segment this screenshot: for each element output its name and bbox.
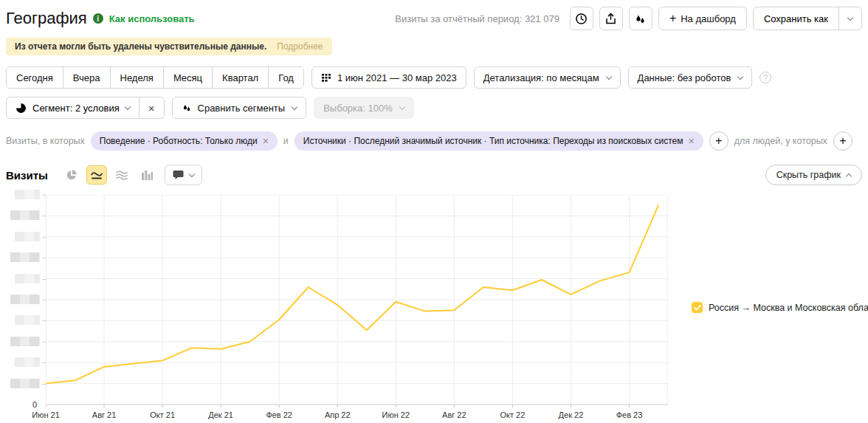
line-chart-icon[interactable] [86,165,107,185]
segment-label: Сегмент: 2 условия [32,103,120,114]
visits-period-summary: Визиты за отчётный период: 321 079 [395,13,559,24]
legend-checkbox[interactable] [692,302,703,313]
check-icon [694,305,701,311]
chart-legend: Россия → Москва и Московская область [668,195,862,423]
data-filter-select[interactable]: Данные: без роботов [628,66,753,89]
x-axis-tick-label: Дек 22 [559,410,584,419]
pie-chart-icon[interactable] [61,165,82,185]
preset-today-button[interactable]: Сегодня [7,67,63,88]
sampling-select[interactable]: Выборка: 100% [314,97,414,119]
date-range-button[interactable]: 1 июн 2021 — 30 мар 2023 [311,66,466,89]
filter-chip-label: Источники · Последний значимый источник … [303,136,683,146]
hide-chart-button[interactable]: Скрыть график [765,165,862,185]
chart-plot-area[interactable]: Июн 21Авг 21Окт 21Дек 21Фев 22Апр 22Июн … [46,195,668,423]
chevron-down-icon [847,14,853,20]
segment-select[interactable]: Сегмент: 2 условия [7,97,139,118]
filter-chip-label: Поведение · Роботность: Только люди [100,136,258,146]
remove-filter-icon[interactable]: × [689,136,695,146]
legend-item[interactable]: Россия → Москва и Московская область [692,302,868,313]
chevron-down-icon [399,103,405,109]
clock-icon [575,13,588,25]
column-chart-icon[interactable] [137,165,157,185]
granularity-select[interactable]: Детализация: по месяцам [474,66,621,89]
banner-details-link[interactable]: Подробнее [277,41,323,52]
sensitive-data-banner: Из отчета могли быть удалены чувствитель… [6,38,332,55]
preset-week-button[interactable]: Неделя [110,67,163,88]
x-axis-tick-label: Апр 22 [325,410,351,419]
segment-toolbar: Сегмент: 2 условия × Сравнить сегменты В… [6,97,862,119]
x-axis-tick-label: Авг 22 [442,410,466,419]
y-axis-redacted-label [10,252,40,262]
save-as-button[interactable]: Сохранить как [753,7,862,30]
y-axis-redacted-label [10,295,40,304]
legend-label: Россия → Москва и Московская область [709,303,868,313]
date-preset-group: Сегодня Вчера Неделя Месяц Квартал Год [6,66,304,89]
banner-text: Из отчета могли быть удалены чувствитель… [15,41,266,52]
stacked-area-icon[interactable] [111,165,132,185]
visits-line-chart[interactable] [46,195,668,409]
x-axis-tick-label: Июн 22 [382,410,410,419]
x-axis-tick-label: Авг 21 [92,410,116,419]
chevron-down-icon [605,73,611,79]
export-button[interactable] [599,7,623,30]
page-title: География [6,9,87,28]
question-circle-icon[interactable]: ? [760,72,771,83]
y-axis-zero-label: 0 [32,400,37,409]
date-range-label: 1 июн 2021 — 30 мар 2023 [337,72,457,83]
report-header: География i Как использовать Визиты за о… [6,6,862,31]
y-axis-redacted-label [15,315,40,325]
chart-header: Визиты Скрыть график [6,165,862,185]
plus-icon: + [669,13,676,24]
remove-filter-icon[interactable]: × [263,136,269,146]
pie-segment-icon [16,103,27,114]
y-axis-redacted-label [15,232,40,241]
how-to-use-link[interactable]: Как использовать [109,13,195,24]
granularity-label: Детализация: по месяцам [483,72,599,83]
chevron-down-icon [292,103,297,109]
preset-year-button[interactable]: Год [268,67,303,88]
chart-section: 0 Июн 21Авг 21Окт 21Дек 21Фев 22Апр 22Ию… [6,195,862,423]
add-people-condition-button[interactable]: + [833,131,852,151]
filter-prefix-label: Визиты, в которых [6,136,85,146]
filter-conditions-row: Визиты, в которых Поведение · Роботность… [6,131,862,151]
hide-chart-label: Скрыть график [776,170,841,180]
export-icon [604,13,617,25]
info-icon: i [93,13,103,24]
save-as-menu-button[interactable] [838,7,861,30]
add-visit-condition-button[interactable]: + [709,131,728,151]
x-axis-tick-label: Окт 21 [150,410,175,419]
y-axis-redacted-label [10,337,40,346]
filter-suffix-label: для людей, у которых [734,136,827,146]
metric-label: Визиты [6,169,48,182]
chevron-down-icon [125,103,131,109]
preset-month-button[interactable]: Месяц [163,67,212,88]
preset-quarter-button[interactable]: Квартал [212,67,268,88]
compare-segments-button[interactable] [629,7,652,30]
segment-clear-button[interactable]: × [139,97,164,118]
sampling-label: Выборка: 100% [323,103,393,114]
add-to-dashboard-button[interactable]: + На дашборд [658,7,747,30]
chevron-down-icon [737,73,743,79]
calendar-grid-icon [321,72,331,83]
visits-series-line[interactable] [46,205,658,383]
add-to-dashboard-label: На дашборд [681,13,736,24]
droplets-icon [182,103,192,113]
y-axis-redacted-label [10,379,40,388]
compare-segments-select[interactable]: Сравнить сегменты [172,97,307,119]
y-axis-redacted-label [15,190,40,199]
preset-yesterday-button[interactable]: Вчера [63,67,110,88]
compare-segments-label: Сравнить сегменты [198,103,286,114]
filter-chip-source[interactable]: Источники · Последний значимый источник … [294,131,703,151]
filter-chip-robots[interactable]: Поведение · Роботность: Только люди × [91,131,278,151]
annotations-button[interactable] [165,165,202,185]
segment-control: Сегмент: 2 условия × [6,97,165,119]
x-axis-tick-label: Фев 23 [616,410,643,419]
y-axis-redacted-label [15,274,40,283]
period-toolbar: Сегодня Вчера Неделя Месяц Квартал Год 1… [6,66,862,89]
close-icon: × [148,103,155,114]
x-axis-tick-label: Дек 21 [208,410,233,419]
save-as-label[interactable]: Сохранить как [754,7,838,30]
comment-bubble-icon [173,170,184,180]
x-axis-tick-label: Фев 22 [266,410,292,419]
history-button[interactable] [570,7,593,30]
